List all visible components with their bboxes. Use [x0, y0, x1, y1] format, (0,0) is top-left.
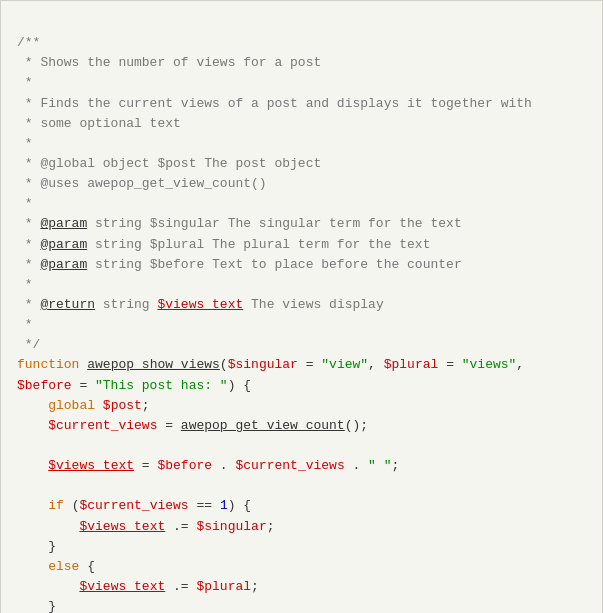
comment-blank-1: *	[17, 75, 33, 90]
comment-line-1: * Shows the number of views for a post	[17, 55, 321, 70]
current-views-line: $current_views = awepop_get_view_count()…	[17, 418, 368, 433]
comment-line-3: * some optional text	[17, 116, 181, 131]
param-before: $before	[17, 378, 72, 393]
indent-global	[17, 398, 48, 413]
if-line: if ($current_views == 1) {	[17, 498, 251, 513]
comment-blank-5: *	[17, 317, 33, 332]
comment-return: * @return string $views_text The views d…	[17, 297, 384, 312]
comment-uses: * @uses awepop_get_view_count()	[17, 176, 267, 191]
else-close: }	[17, 599, 56, 613]
comment-blank-2: *	[17, 136, 33, 151]
comment-global: * @global object $post The post object	[17, 156, 321, 171]
keyword-function: function	[17, 357, 79, 372]
code-block: /** * Shows the number of views for a po…	[17, 13, 586, 613]
comment-blank-4: *	[17, 277, 33, 292]
else-line: else {	[17, 559, 95, 574]
plural-line: $views_text .= $plural;	[17, 579, 259, 594]
if-close: }	[17, 539, 56, 554]
singular-line: $views_text .= $singular;	[17, 519, 275, 534]
comment-param1: * @param string $singular The singular t…	[17, 216, 462, 231]
comment-blank-3: *	[17, 196, 33, 211]
comment-param2: * @param string $plural The plural term …	[17, 237, 430, 252]
function-name: awepop_show_views	[87, 357, 220, 372]
comment-close: */	[17, 337, 40, 352]
code-container: /** * Shows the number of views for a po…	[0, 0, 603, 613]
comment-open: /**	[17, 35, 40, 50]
comment-param3: * @param string $before Text to place be…	[17, 257, 462, 272]
comment-line-2: * Finds the current views of a post and …	[17, 96, 532, 111]
views-text-line: $views_text = $before . $current_views .…	[17, 458, 399, 473]
